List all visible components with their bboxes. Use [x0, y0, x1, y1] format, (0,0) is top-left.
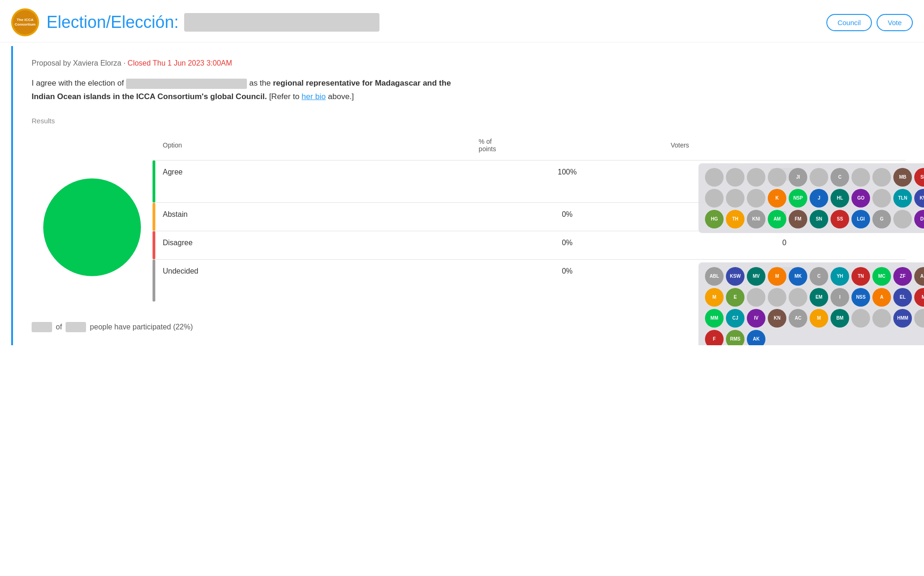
avatar[interactable]: MB — [893, 168, 912, 187]
avatar[interactable]: MM — [705, 309, 724, 328]
option-disagree: Disagree — [155, 231, 471, 259]
avatar[interactable]: CJ — [726, 309, 745, 328]
table-row-agree: Agree 100% JICMBSRKNSPJHLGOTLNKWHGTHKNIA… — [153, 160, 905, 202]
header-buttons: Council Vote — [826, 14, 913, 31]
avatar[interactable]: GO — [851, 189, 870, 208]
avatar[interactable]: I — [831, 288, 849, 307]
avatar[interactable]: M — [768, 267, 786, 286]
avatar[interactable] — [726, 189, 745, 208]
avatar[interactable]: SN — [810, 210, 828, 228]
avatar[interactable]: C — [831, 168, 849, 187]
avatar[interactable]: E — [726, 288, 745, 307]
avatar[interactable] — [705, 168, 724, 187]
vote-button[interactable]: Vote — [877, 14, 913, 31]
percent-agree: 100% — [471, 160, 663, 202]
avatar[interactable]: JI — [789, 168, 807, 187]
undecided-voters-container: ABLKSWMVMMKCYHTNMCZFAKMEEMINSSAELMMMCJIV… — [671, 267, 898, 280]
avatar[interactable]: KNI — [747, 210, 765, 228]
avatar[interactable] — [851, 168, 870, 187]
voters-disagree: 0 — [663, 231, 905, 259]
avatar[interactable]: ZF — [893, 267, 912, 286]
council-button[interactable]: Council — [826, 14, 872, 31]
option-abstain: Abstain — [155, 202, 471, 231]
avatar[interactable]: KN — [768, 309, 786, 328]
avatar[interactable]: AC — [789, 309, 807, 328]
footer-of: of — [56, 323, 62, 331]
th-voters: Voters — [663, 134, 905, 161]
avatar[interactable]: M — [810, 309, 828, 328]
avatar[interactable]: IV — [747, 309, 765, 328]
avatar[interactable]: KSW — [726, 267, 745, 286]
avatar[interactable]: A — [872, 288, 891, 307]
voters-agree: JICMBSRKNSPJHLGOTLNKWHGTHKNIAMFMSNSSLGIG… — [663, 160, 905, 202]
avatar[interactable] — [747, 288, 765, 307]
avatar[interactable] — [872, 309, 891, 328]
avatar[interactable] — [851, 309, 870, 328]
avatar[interactable]: TLN — [893, 189, 912, 208]
avatar[interactable] — [789, 288, 807, 307]
table-row-undecided: Undecided 0% ABLKSWMVMMKCYHTNMCZFAKMEEMI… — [153, 259, 905, 301]
avatar[interactable] — [747, 168, 765, 187]
avatar[interactable]: MV — [747, 267, 765, 286]
avatar[interactable]: J — [810, 189, 828, 208]
avatar[interactable]: TH — [726, 210, 745, 228]
avatar[interactable]: NSS — [851, 288, 870, 307]
avatar[interactable]: AK — [914, 267, 924, 286]
main-content: Proposal by Xaviera Elorza · Closed Thu … — [11, 46, 924, 345]
candidate-name-redacted — [126, 79, 247, 89]
avatar[interactable]: NSP — [789, 189, 807, 208]
avatar[interactable]: M — [705, 288, 724, 307]
avatar[interactable]: G — [872, 210, 891, 228]
avatar[interactable] — [747, 189, 765, 208]
avatar[interactable]: ABL — [705, 267, 724, 286]
avatar[interactable]: LGI — [851, 210, 870, 228]
avatar[interactable]: TN — [851, 267, 870, 286]
avatar[interactable] — [705, 189, 724, 208]
avatar[interactable] — [810, 168, 828, 187]
avatar[interactable]: BM — [831, 309, 849, 328]
participant-count-redacted — [32, 322, 52, 332]
logo-text: The ICCAConsortium — [15, 18, 36, 27]
her-bio-link[interactable]: her bio — [302, 92, 326, 101]
avatar[interactable]: M — [914, 288, 924, 307]
avatar[interactable]: MC — [872, 267, 891, 286]
avatar[interactable]: HL — [831, 189, 849, 208]
avatar[interactable] — [893, 210, 912, 228]
avatar[interactable]: FM — [789, 210, 807, 228]
voters-undecided: ABLKSWMVMMKCYHTNMCZFAKMEEMINSSAELMMMCJIV… — [663, 259, 905, 301]
avatar[interactable]: F — [705, 330, 724, 345]
avatar[interactable] — [768, 288, 786, 307]
avatar[interactable]: EM — [810, 288, 828, 307]
avatar[interactable]: K — [768, 189, 786, 208]
option-undecided: Undecided — [155, 259, 471, 301]
avatar[interactable]: EL — [893, 288, 912, 307]
avatar[interactable]: HG — [705, 210, 724, 228]
title-redacted — [184, 13, 379, 32]
avatar[interactable] — [768, 168, 786, 187]
avatar[interactable]: AM — [768, 210, 786, 228]
percent-disagree: 0% — [471, 231, 663, 259]
avatar[interactable]: MK — [789, 267, 807, 286]
proposal-meta: Proposal by Xaviera Elorza · Closed Thu … — [32, 59, 905, 67]
avatar[interactable] — [914, 309, 924, 328]
closed-label: Closed Thu 1 Jun 2023 3:00AM — [127, 59, 232, 67]
results-table: Option % ofpoints Voters Agree 100% — [153, 134, 905, 301]
avatar[interactable] — [872, 189, 891, 208]
page-title: Election/Elección: — [47, 13, 819, 32]
table-row-disagree: Disagree 0% 0 — [153, 231, 905, 259]
avatar[interactable]: RMS — [726, 330, 745, 345]
avatar[interactable]: KW — [914, 189, 924, 208]
proposal-author: Proposal by Xaviera Elorza · — [32, 59, 127, 67]
percent-undecided: 0% — [471, 259, 663, 301]
avatar[interactable]: DB — [914, 210, 924, 228]
avatar[interactable] — [726, 168, 745, 187]
avatar[interactable]: AK — [747, 330, 765, 345]
avatar[interactable]: SR — [914, 168, 924, 187]
avatar[interactable]: HMM — [893, 309, 912, 328]
avatar[interactable]: C — [810, 267, 828, 286]
agree-avatars-overlay: JICMBSRKNSPJHLGOTLNKWHGTHKNIAMFMSNSSLGIG… — [698, 163, 924, 233]
avatar[interactable]: SS — [831, 210, 849, 228]
results-container: Option % ofpoints Voters Agree 100% — [32, 134, 905, 311]
avatar[interactable]: YH — [831, 267, 849, 286]
avatar[interactable] — [872, 168, 891, 187]
